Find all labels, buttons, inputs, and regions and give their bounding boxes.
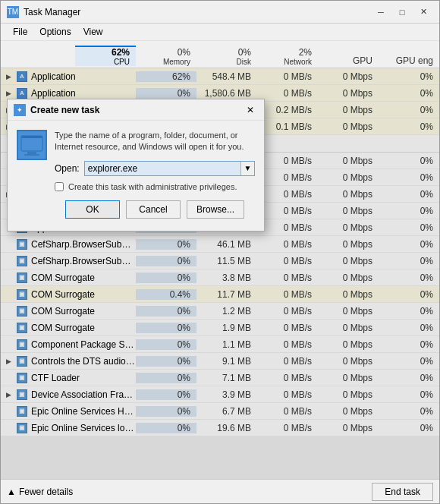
dialog-open-label: Open: [55, 163, 80, 174]
col-cpu-header[interactable]: 62% CPU [75, 46, 136, 66]
svg-rect-3 [24, 154, 39, 156]
menu-view[interactable]: View [77, 25, 109, 39]
svg-rect-1 [21, 136, 42, 138]
taskmanager-icon: TM [7, 6, 19, 18]
dialog-icon-area [17, 130, 47, 222]
col-network-header[interactable]: 2% Network [257, 47, 318, 66]
minimize-button[interactable]: ─ [371, 5, 391, 20]
dialog-ok-button[interactable]: OK [65, 200, 120, 219]
main-content: ▶ A Application 62% 548.4 MB 0 MB/s 0 Mb… [1, 68, 439, 479]
col-gpu-header[interactable]: GPU [318, 55, 379, 66]
chevron-up-icon: ▲ [7, 487, 16, 497]
col-disk-header[interactable]: 0% Disk [196, 47, 257, 66]
dialog-open-input[interactable] [85, 162, 240, 175]
fewer-details-label: Fewer details [19, 487, 73, 497]
menu-options[interactable]: Options [33, 25, 77, 39]
admin-privileges-label: Create this task with administrative pri… [68, 182, 237, 191]
title-bar-buttons: ─ □ ✕ [371, 5, 433, 20]
dialog-open-row: Open: ▼ [55, 161, 255, 176]
col-gpueng-header[interactable]: GPU eng [379, 55, 439, 66]
bottom-bar: ▲ Fewer details End task [1, 479, 439, 503]
svg-rect-2 [27, 152, 36, 154]
create-new-task-dialog: ✦ Create new task ✕ [7, 99, 265, 232]
dialog-title: Create new task [30, 105, 243, 115]
window-title: Task Manager [24, 7, 371, 17]
dialog-description: Type the name of a program, folder, docu… [55, 130, 255, 153]
column-headers: 62% CPU 0% Memory 0% Disk 2% Network GPU… [1, 41, 439, 68]
dialog-checkbox-row: Create this task with administrative pri… [55, 182, 255, 191]
menu-file[interactable]: File [7, 25, 33, 39]
dialog-browse-button[interactable]: Browse... [187, 200, 244, 219]
admin-privileges-checkbox[interactable] [55, 182, 64, 191]
maximize-button[interactable]: □ [392, 5, 412, 20]
dialog-text-area: Type the name of a program, folder, docu… [55, 130, 255, 222]
dialog-input-wrapper: ▼ [84, 161, 255, 176]
end-task-button[interactable]: End task [372, 483, 433, 501]
dialog-overlay: ✦ Create new task ✕ [1, 68, 439, 479]
dialog-body: Type the name of a program, folder, docu… [8, 121, 264, 231]
col-memory-header[interactable]: 0% Memory [136, 47, 196, 66]
close-button[interactable]: ✕ [413, 5, 433, 20]
menu-bar: File Options View [1, 24, 439, 41]
dialog-cancel-button[interactable]: Cancel [126, 200, 181, 219]
dialog-big-icon [17, 130, 47, 160]
dialog-buttons: OK Cancel Browse... [55, 200, 255, 222]
dialog-close-button[interactable]: ✕ [243, 103, 258, 117]
fewer-details-button[interactable]: ▲ Fewer details [7, 487, 73, 497]
dialog-title-icon: ✦ [14, 104, 26, 116]
dialog-title-bar: ✦ Create new task ✕ [8, 99, 264, 121]
title-bar: TM Task Manager ─ □ ✕ [1, 1, 439, 24]
task-manager-window: TM Task Manager ─ □ ✕ File Options View … [0, 0, 440, 504]
dialog-dropdown-button[interactable]: ▼ [240, 162, 254, 175]
